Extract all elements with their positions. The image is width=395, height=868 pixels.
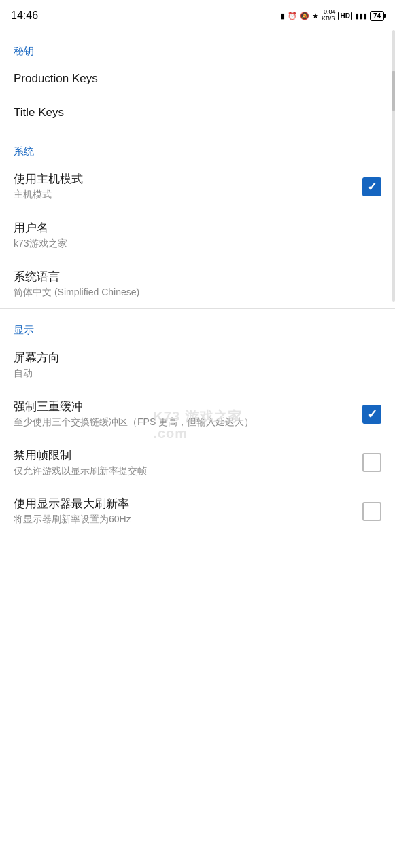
host-mode-label: 使用主机模式 — [14, 172, 354, 187]
battery-indicator: 74 — [370, 11, 384, 21]
display-section: 显示 屏幕方向 自动 强制三重缓冲 至少使用三个交换链缓冲区（FPS 更高，但输… — [0, 309, 395, 536]
max-refresh-label: 使用显示器最大刷新率 — [14, 496, 354, 511]
keys-section: 秘钥 Production Keys Title Keys — [0, 30, 395, 130]
username-item[interactable]: 用户名 k73游戏之家 — [14, 211, 381, 260]
status-bar: 14:46 ▮ ⏰ 🔕 ★ 0.04KB/S HD ▮▮▮ 74 — [0, 0, 395, 30]
screen-orientation-item[interactable]: 屏幕方向 自动 — [14, 341, 381, 390]
frame-limit-subtitle: 仅允许游戏以显示刷新率提交帧 — [14, 465, 354, 478]
system-language-label: 系统语言 — [14, 270, 381, 285]
status-time: 14:46 — [11, 10, 38, 22]
username-label: 用户名 — [14, 221, 381, 236]
network-strength: ▮▮▮ — [355, 12, 367, 20]
title-keys-item[interactable]: Title Keys — [14, 96, 381, 130]
triple-buffer-subtitle: 至少使用三个交换链缓冲区（FPS 更高，但输入延迟大） — [14, 416, 354, 429]
hd-badge: HD — [338, 12, 351, 20]
main-content: 秘钥 Production Keys Title Keys 系统 使用主机模式 … — [0, 30, 395, 536]
triple-buffer-label: 强制三重缓冲 — [14, 399, 354, 414]
triple-buffer-item[interactable]: 强制三重缓冲 至少使用三个交换链缓冲区（FPS 更高，但输入延迟大） ✓ — [14, 390, 381, 439]
title-keys-label: Title Keys — [14, 105, 381, 120]
frame-limit-checkbox[interactable] — [362, 453, 381, 472]
host-mode-checkmark: ✓ — [367, 181, 377, 193]
scrollbar[interactable] — [392, 30, 395, 302]
host-mode-item[interactable]: 使用主机模式 主机模式 ✓ — [14, 162, 381, 211]
system-language-item[interactable]: 系统语言 简体中文 (Simplified Chinese) — [14, 260, 381, 309]
host-mode-checkbox[interactable]: ✓ — [362, 177, 381, 196]
username-value: k73游戏之家 — [14, 237, 381, 251]
max-refresh-text: 使用显示器最大刷新率 将显示器刷新率设置为60Hz — [14, 496, 362, 526]
scrollbar-thumb[interactable] — [392, 71, 395, 111]
keys-section-title: 秘钥 — [14, 38, 381, 62]
data-speed: 0.04KB/S — [322, 9, 336, 22]
display-section-title: 显示 — [14, 317, 381, 341]
frame-limit-item[interactable]: 禁用帧限制 仅允许游戏以显示刷新率提交帧 — [14, 439, 381, 488]
sound-icon: 🔕 — [300, 12, 309, 20]
nfc-icon: ▮ — [281, 12, 285, 20]
system-section-title: 系统 — [14, 139, 381, 162]
system-language-value: 简体中文 (Simplified Chinese) — [14, 286, 381, 300]
triple-buffer-text: 强制三重缓冲 至少使用三个交换链缓冲区（FPS 更高，但输入延迟大） — [14, 399, 362, 429]
screen-orientation-value: 自动 — [14, 367, 381, 380]
triple-buffer-checkmark: ✓ — [367, 408, 377, 420]
battery-level: 74 — [373, 12, 381, 20]
system-section: 系统 使用主机模式 主机模式 ✓ 用户名 k73游戏之家 系统语言 简体中文 (… — [0, 130, 395, 308]
max-refresh-checkbox[interactable] — [362, 502, 381, 521]
max-refresh-subtitle: 将显示器刷新率设置为60Hz — [14, 513, 354, 526]
triple-buffer-checkbox[interactable]: ✓ — [362, 405, 381, 424]
frame-limit-text: 禁用帧限制 仅允许游戏以显示刷新率提交帧 — [14, 448, 362, 478]
screen-orientation-label: 屏幕方向 — [14, 350, 381, 365]
bluetooth-icon: ★ — [312, 12, 319, 20]
production-keys-item[interactable]: Production Keys — [14, 62, 381, 96]
production-keys-label: Production Keys — [14, 71, 381, 86]
host-mode-subtitle: 主机模式 — [14, 188, 354, 202]
max-refresh-item[interactable]: 使用显示器最大刷新率 将显示器刷新率设置为60Hz — [14, 487, 381, 536]
alarm-icon: ⏰ — [288, 12, 297, 20]
frame-limit-label: 禁用帧限制 — [14, 448, 354, 463]
status-icons: ▮ ⏰ 🔕 ★ 0.04KB/S HD ▮▮▮ 74 — [281, 9, 384, 22]
host-mode-text: 使用主机模式 主机模式 — [14, 172, 362, 202]
